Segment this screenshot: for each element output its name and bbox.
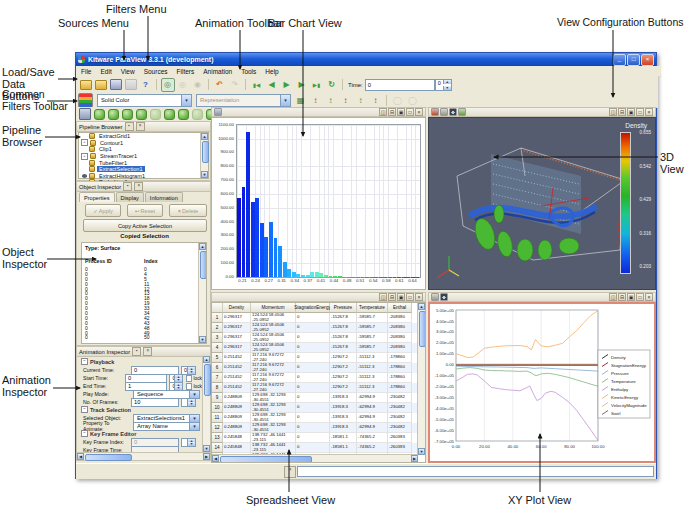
edit-color-map-icon[interactable]: ▦	[294, 93, 308, 107]
split-horizontal-icon[interactable]: ◫	[379, 108, 387, 116]
connect-server-icon[interactable]	[109, 78, 123, 92]
capture-screenshot-icon[interactable]	[449, 108, 457, 116]
row-number-header[interactable]	[212, 303, 223, 313]
cancel-progress-icon[interactable]: ×	[284, 466, 296, 478]
detach-view-icon[interactable]: ▣	[397, 108, 405, 116]
warp-vector-icon[interactable]	[191, 107, 204, 121]
pipeline-item-contour1[interactable]: +Contour1	[79, 140, 208, 147]
undo-icon[interactable]: ↶	[213, 78, 227, 92]
scrollbar-thumb[interactable]	[202, 141, 209, 163]
time-field[interactable]: 0	[365, 79, 435, 91]
rescale-to-data-range-icon[interactable]: ↕	[324, 93, 338, 107]
contour-icon[interactable]	[107, 107, 120, 121]
undo-camera-icon[interactable]	[431, 108, 439, 116]
spin-down-icon[interactable]: ▼	[187, 402, 195, 406]
close-view-icon[interactable]: ×	[645, 293, 653, 301]
maximize-view-icon[interactable]: □	[406, 108, 414, 116]
pipeline-item-streamtracer1[interactable]: +StreamTracer1	[79, 153, 208, 160]
column-header-temperature[interactable]: Temperature	[357, 303, 388, 313]
field-combo[interactable]: Array Name▾	[133, 422, 200, 431]
maximize-view-icon[interactable]: □	[406, 293, 414, 301]
threshold-icon[interactable]	[135, 107, 148, 121]
help-icon[interactable]: ?	[139, 78, 153, 92]
float-panel-icon[interactable]: ▪	[132, 347, 141, 356]
collapse-icon[interactable]: −	[81, 430, 88, 437]
spreadsheet-vscrollbar[interactable]: ▲ ▼	[417, 303, 425, 455]
lock-checkbox[interactable]	[186, 375, 192, 382]
vcr-next-frame-icon[interactable]: ▶	[295, 78, 309, 92]
reset-range-icon[interactable]: ↕	[309, 93, 323, 107]
close-view-icon[interactable]: ×	[645, 108, 653, 116]
pipeline-item-clip1[interactable]: Clip1	[79, 146, 208, 153]
scroll-left-icon[interactable]: ◀	[212, 455, 219, 462]
extract-subset-icon[interactable]	[149, 107, 162, 121]
tab-information[interactable]: Information	[145, 192, 183, 202]
column-header-stagnationenergy[interactable]: StagnationEnergy	[296, 303, 330, 313]
float-panel-icon[interactable]: ▪	[125, 122, 134, 131]
scrollbar-thumb[interactable]	[419, 311, 426, 347]
scroll-down-icon[interactable]: ▼	[201, 171, 208, 178]
pipeline-item-tubefilter1[interactable]: TubeFilter1	[79, 159, 208, 166]
column-header-pressure[interactable]: Pressure	[330, 303, 357, 313]
detach-view-icon[interactable]: ▣	[397, 293, 405, 301]
menu-animation[interactable]: Animation	[203, 68, 232, 75]
maximize-view-icon[interactable]: □	[636, 293, 644, 301]
spin-up-icon[interactable]: ▲	[443, 80, 451, 84]
menu-filters[interactable]: Filters	[177, 68, 195, 75]
section-track-selection[interactable]: −Track Selection	[81, 406, 131, 413]
color-legend-bar[interactable]	[620, 132, 631, 274]
glyph-icon[interactable]	[163, 107, 176, 121]
show-center-axes-icon[interactable]: ◯	[391, 93, 405, 107]
rescale-to-visible-icon[interactable]: ↕	[369, 93, 383, 107]
select-cells-icon[interactable]: ◎	[176, 78, 190, 92]
section-playback[interactable]: −Playback	[81, 358, 114, 365]
vcr-first-frame-icon[interactable]: ▮◀	[250, 78, 264, 92]
3d-render-canvas[interactable]: Density 0.6550.5420.4290.3160.203	[428, 117, 656, 290]
delete-button[interactable]: ×Delete	[169, 204, 207, 217]
menu-view[interactable]: View	[121, 68, 135, 75]
eye-icon[interactable]	[82, 174, 87, 178]
scrollbar-thumb[interactable]	[200, 251, 207, 279]
scroll-up-icon[interactable]: ▲	[201, 133, 208, 140]
tab-properties[interactable]: Properties	[79, 192, 115, 202]
disconnect-server-icon[interactable]	[124, 78, 138, 92]
representation-combo[interactable]: Representation ▾	[196, 94, 291, 107]
apply-button[interactable]: ✓Apply	[85, 204, 121, 217]
copy-active-selection-button[interactable]: Copy Active Selection	[83, 219, 207, 232]
rescale-to-custom-range-icon[interactable]: ↕	[339, 93, 353, 107]
split-horizontal-icon[interactable]: ◫	[379, 293, 387, 301]
tab-display[interactable]: Display	[116, 192, 144, 202]
color-well-button[interactable]	[78, 93, 93, 108]
pipeline-item-extractselection1[interactable]: ExtractSelection1	[79, 166, 208, 173]
pipeline-scrollbar[interactable]: ▲▼	[200, 133, 208, 178]
spin-down-icon[interactable]: ▼	[187, 442, 195, 446]
section-key-frame-editor[interactable]: −Key Frame Editor	[81, 430, 136, 437]
scroll-left-icon[interactable]: ◀	[77, 453, 84, 460]
selection-scrollbar[interactable]: ▲ ▼	[198, 243, 206, 343]
vcr-last-frame-icon[interactable]: ▶▮	[310, 78, 324, 92]
title-bar[interactable]: Kitware ParaView 3.3.1 (development) _□×	[76, 53, 656, 66]
vcr-previous-frame-icon[interactable]: ◀	[265, 78, 279, 92]
scroll-down-icon[interactable]: ▼	[199, 336, 206, 343]
slice-icon[interactable]	[121, 107, 134, 121]
vcr-play-icon[interactable]: ▶	[280, 78, 294, 92]
column-header-momentum[interactable]: Momentum	[251, 303, 296, 313]
detach-view-icon[interactable]: ▣	[627, 108, 635, 116]
split-vertical-icon[interactable]: ⊟	[388, 293, 396, 301]
collapse-icon[interactable]: −	[81, 358, 88, 365]
scroll-up-icon[interactable]: ▲	[203, 356, 210, 363]
split-vertical-icon[interactable]: ⊟	[618, 108, 626, 116]
stream-tracer-icon[interactable]	[177, 107, 190, 121]
redo-camera-icon[interactable]	[440, 108, 448, 116]
spin-down-icon[interactable]: ▼	[443, 86, 451, 90]
split-horizontal-icon[interactable]: ◫	[609, 108, 617, 116]
rescale-over-time-icon[interactable]: ↕	[354, 93, 368, 107]
scroll-right-icon[interactable]: ▶	[203, 453, 210, 460]
menu-tools[interactable]: Tools	[241, 68, 256, 75]
maximize-button[interactable]: □	[627, 54, 640, 66]
scrollbar-thumb[interactable]	[85, 454, 132, 461]
split-vertical-icon[interactable]: ⊟	[618, 293, 626, 301]
calculator-icon[interactable]	[78, 107, 92, 121]
animation-vscrollbar[interactable]: ▲ ▼	[202, 356, 210, 452]
export-plot-icon[interactable]	[431, 293, 439, 301]
